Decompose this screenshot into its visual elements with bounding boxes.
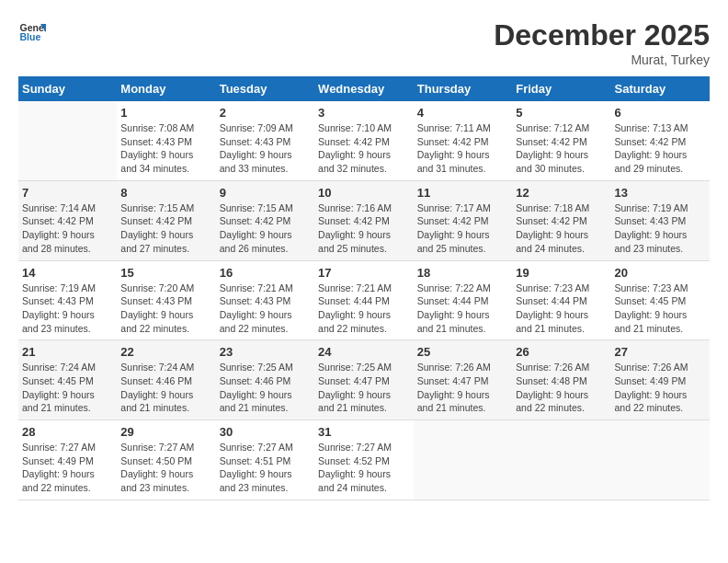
logo: General Blue [18,18,46,46]
day-number: 15 [120,266,211,280]
calendar-cell: 16Sunrise: 7:21 AMSunset: 4:43 PMDayligh… [216,260,314,340]
day-number: 22 [120,345,211,359]
calendar-cell: 7Sunrise: 7:14 AMSunset: 4:42 PMDaylight… [18,180,117,260]
day-number: 5 [516,106,607,120]
day-info: Sunrise: 7:27 AMSunset: 4:50 PMDaylight:… [120,441,211,495]
day-info: Sunrise: 7:16 AMSunset: 4:42 PMDaylight:… [318,201,410,256]
calendar-cell [611,420,711,500]
day-info: Sunrise: 7:26 AMSunset: 4:48 PMDaylight:… [516,361,607,415]
day-number: 10 [318,186,410,200]
day-number: 30 [220,425,311,439]
day-number: 3 [318,106,410,120]
calendar-cell: 9Sunrise: 7:15 AMSunset: 4:42 PMDaylight… [216,180,314,260]
calendar-cell: 22Sunrise: 7:24 AMSunset: 4:46 PMDayligh… [117,340,215,420]
day-info: Sunrise: 7:23 AMSunset: 4:45 PMDaylight:… [615,282,707,336]
day-number: 31 [318,425,410,439]
day-info: Sunrise: 7:24 AMSunset: 4:46 PMDaylight:… [120,361,211,415]
calendar-cell: 13Sunrise: 7:19 AMSunset: 4:43 PMDayligh… [611,180,711,260]
day-info: Sunrise: 7:27 AMSunset: 4:52 PMDaylight:… [318,441,410,495]
calendar-week-2: 7Sunrise: 7:14 AMSunset: 4:42 PMDaylight… [18,180,710,260]
calendar-cell: 20Sunrise: 7:23 AMSunset: 4:45 PMDayligh… [611,260,711,340]
calendar-week-3: 14Sunrise: 7:19 AMSunset: 4:43 PMDayligh… [18,260,710,340]
calendar-cell: 14Sunrise: 7:19 AMSunset: 4:43 PMDayligh… [18,260,117,340]
location-subtitle: Murat, Turkey [494,52,710,67]
day-info: Sunrise: 7:19 AMSunset: 4:43 PMDaylight:… [22,282,113,336]
calendar-cell: 10Sunrise: 7:16 AMSunset: 4:42 PMDayligh… [314,180,414,260]
day-info: Sunrise: 7:17 AMSunset: 4:42 PMDaylight:… [417,201,508,256]
calendar-cell: 28Sunrise: 7:27 AMSunset: 4:49 PMDayligh… [18,420,117,500]
day-number: 4 [417,106,508,120]
day-info: Sunrise: 7:12 AMSunset: 4:42 PMDaylight:… [516,121,607,176]
day-info: Sunrise: 7:20 AMSunset: 4:43 PMDaylight:… [120,282,211,336]
weekday-header-friday: Friday [512,76,610,101]
calendar-cell: 3Sunrise: 7:10 AMSunset: 4:42 PMDaylight… [314,101,414,180]
calendar-cell: 26Sunrise: 7:26 AMSunset: 4:48 PMDayligh… [512,340,610,420]
calendar-cell: 8Sunrise: 7:15 AMSunset: 4:42 PMDaylight… [117,180,215,260]
day-number: 2 [220,106,311,120]
day-number: 9 [220,186,311,200]
day-info: Sunrise: 7:13 AMSunset: 4:42 PMDaylight:… [615,121,707,176]
title-area: December 2025 Murat, Turkey [494,18,710,67]
calendar-cell: 19Sunrise: 7:23 AMSunset: 4:44 PMDayligh… [512,260,610,340]
day-info: Sunrise: 7:25 AMSunset: 4:47 PMDaylight:… [318,361,410,415]
calendar-cell [414,420,512,500]
day-info: Sunrise: 7:26 AMSunset: 4:49 PMDaylight:… [615,361,707,415]
day-number: 26 [516,345,607,359]
day-info: Sunrise: 7:08 AMSunset: 4:43 PMDaylight:… [120,121,211,176]
calendar-cell: 30Sunrise: 7:27 AMSunset: 4:51 PMDayligh… [216,420,314,500]
calendar-week-5: 28Sunrise: 7:27 AMSunset: 4:49 PMDayligh… [18,420,710,500]
day-number: 12 [516,186,607,200]
day-number: 24 [318,345,410,359]
day-number: 23 [220,345,311,359]
day-number: 28 [22,425,113,439]
day-number: 17 [318,266,410,280]
day-info: Sunrise: 7:27 AMSunset: 4:51 PMDaylight:… [220,441,311,495]
day-info: Sunrise: 7:14 AMSunset: 4:42 PMDaylight:… [22,201,113,256]
weekday-header-row: SundayMondayTuesdayWednesdayThursdayFrid… [18,76,710,101]
day-number: 21 [22,345,113,359]
day-number: 19 [516,266,607,280]
day-number: 25 [417,345,508,359]
day-info: Sunrise: 7:26 AMSunset: 4:47 PMDaylight:… [417,361,508,415]
day-info: Sunrise: 7:10 AMSunset: 4:42 PMDaylight:… [318,121,410,176]
day-info: Sunrise: 7:25 AMSunset: 4:46 PMDaylight:… [220,361,311,415]
weekday-header-thursday: Thursday [414,76,512,101]
day-info: Sunrise: 7:22 AMSunset: 4:44 PMDaylight:… [417,282,508,336]
day-info: Sunrise: 7:09 AMSunset: 4:43 PMDaylight:… [220,121,311,176]
day-number: 20 [615,266,707,280]
calendar-cell: 27Sunrise: 7:26 AMSunset: 4:49 PMDayligh… [611,340,711,420]
day-info: Sunrise: 7:19 AMSunset: 4:43 PMDaylight:… [615,201,707,256]
calendar-cell: 15Sunrise: 7:20 AMSunset: 4:43 PMDayligh… [117,260,215,340]
day-info: Sunrise: 7:23 AMSunset: 4:44 PMDaylight:… [516,282,607,336]
calendar-cell: 31Sunrise: 7:27 AMSunset: 4:52 PMDayligh… [314,420,414,500]
calendar-cell [18,101,117,180]
day-number: 13 [615,186,707,200]
weekday-header-sunday: Sunday [18,76,117,101]
calendar-cell: 6Sunrise: 7:13 AMSunset: 4:42 PMDaylight… [611,101,711,180]
day-number: 14 [22,266,113,280]
calendar-cell: 4Sunrise: 7:11 AMSunset: 4:42 PMDaylight… [414,101,512,180]
calendar-cell [512,420,610,500]
day-number: 16 [220,266,311,280]
day-info: Sunrise: 7:24 AMSunset: 4:45 PMDaylight:… [22,361,113,415]
day-number: 11 [417,186,508,200]
day-info: Sunrise: 7:15 AMSunset: 4:42 PMDaylight:… [220,201,311,256]
day-number: 29 [120,425,211,439]
day-info: Sunrise: 7:21 AMSunset: 4:43 PMDaylight:… [220,282,311,336]
day-number: 6 [615,106,707,120]
calendar-cell: 23Sunrise: 7:25 AMSunset: 4:46 PMDayligh… [216,340,314,420]
calendar-cell: 18Sunrise: 7:22 AMSunset: 4:44 PMDayligh… [414,260,512,340]
calendar-cell: 21Sunrise: 7:24 AMSunset: 4:45 PMDayligh… [18,340,117,420]
weekday-header-monday: Monday [117,76,215,101]
day-info: Sunrise: 7:27 AMSunset: 4:49 PMDaylight:… [22,441,113,495]
day-number: 18 [417,266,508,280]
day-number: 27 [615,345,707,359]
calendar-cell: 1Sunrise: 7:08 AMSunset: 4:43 PMDaylight… [117,101,215,180]
day-number: 8 [120,186,211,200]
day-number: 7 [22,186,113,200]
calendar-week-4: 21Sunrise: 7:24 AMSunset: 4:45 PMDayligh… [18,340,710,420]
calendar-cell: 5Sunrise: 7:12 AMSunset: 4:42 PMDaylight… [512,101,610,180]
weekday-header-wednesday: Wednesday [314,76,414,101]
day-info: Sunrise: 7:21 AMSunset: 4:44 PMDaylight:… [318,282,410,336]
day-number: 1 [120,106,211,120]
